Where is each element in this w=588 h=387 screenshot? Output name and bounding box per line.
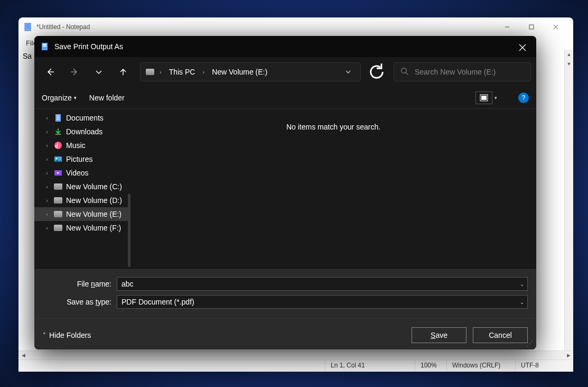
tree-item-label: New Volume (E:) xyxy=(66,210,122,218)
drive-icon xyxy=(54,210,62,218)
expand-icon[interactable]: › xyxy=(44,170,50,176)
dialog-title: Save Print Output As xyxy=(54,42,123,51)
svg-point-22 xyxy=(54,142,62,149)
file-name-label: File name: xyxy=(43,280,111,288)
tree-item-pictures[interactable]: ›Pictures xyxy=(34,152,130,166)
nav-recent-button[interactable] xyxy=(88,61,109,82)
drive-icon xyxy=(54,196,62,205)
tree-item-new-volume-f-[interactable]: ›New Volume (F:) xyxy=(34,221,130,235)
horizontal-scrollbar[interactable]: ◀ ▶ xyxy=(18,351,573,360)
hide-folders-button[interactable]: ˄ Hide Folders xyxy=(43,331,91,339)
tree-item-label: New Volume (F:) xyxy=(66,224,121,232)
expand-icon[interactable]: › xyxy=(44,115,50,121)
expand-icon[interactable]: › xyxy=(44,129,50,135)
chevron-right-icon: › xyxy=(200,69,207,75)
save-dialog: Save Print Output As › This PC › New Vol… xyxy=(34,36,536,349)
search-placeholder: Search New Volume (E:) xyxy=(415,68,496,76)
tree-item-label: Music xyxy=(66,141,86,150)
notepad-statusbar: Ln 1, Col 41 100% Windows (CRLF) UTF-8 xyxy=(18,360,573,372)
svg-rect-10 xyxy=(43,45,46,47)
tree-item-label: Pictures xyxy=(66,155,93,163)
status-zoom: 100% xyxy=(415,360,446,372)
address-bar[interactable]: › This PC › New Volume (E:) xyxy=(140,62,361,81)
tree-item-music[interactable]: ›Music xyxy=(34,139,130,152)
save-type-label: Save as type: xyxy=(43,298,111,306)
tree-item-documents[interactable]: ›Documents xyxy=(34,111,130,125)
dialog-close-button[interactable] xyxy=(513,40,532,55)
svg-point-24 xyxy=(56,158,58,160)
organize-button[interactable]: Organize ▾ xyxy=(42,94,77,102)
dialog-toolbar: Organize ▾ New folder ▾ ? xyxy=(34,87,536,109)
scroll-down-icon[interactable]: ▼ xyxy=(565,59,573,69)
download-icon xyxy=(54,127,62,136)
pictures-icon xyxy=(54,155,62,163)
dialog-nav: › This PC › New Volume (E:) Search New V… xyxy=(34,57,536,87)
new-folder-button[interactable]: New folder xyxy=(89,94,125,102)
status-position: Ln 1, Col 41 xyxy=(325,360,415,372)
dialog-footer: ˄ Hide Folders Save Cancel xyxy=(34,318,536,349)
svg-line-14 xyxy=(406,72,408,75)
dialog-fields: File name: abc ⌄ Save as type: PDF Docum… xyxy=(34,269,536,318)
drive-icon xyxy=(54,182,62,191)
scroll-up-icon[interactable]: ▲ xyxy=(565,50,573,59)
close-button[interactable] xyxy=(544,19,568,35)
tree-item-new-volume-e-[interactable]: ›New Volume (E:) xyxy=(34,207,130,221)
music-icon xyxy=(54,141,62,150)
tree-item-label: Videos xyxy=(66,169,89,177)
status-encoding: UTF-8 xyxy=(515,360,573,372)
vertical-scrollbar[interactable]: ▲ ▼ xyxy=(564,50,573,351)
folder-tree[interactable]: ›Documents›Downloads›Music›Pictures›Vide… xyxy=(34,109,130,269)
svg-rect-19 xyxy=(57,117,60,118)
file-list-area: No items match your search. xyxy=(130,109,536,269)
expand-icon[interactable]: › xyxy=(44,143,50,149)
breadcrumb-drive[interactable]: New Volume (E:) xyxy=(210,67,269,77)
expand-icon[interactable]: › xyxy=(44,225,50,231)
scroll-right-icon[interactable]: ▶ xyxy=(564,351,573,360)
save-type-select[interactable]: PDF Document (*.pdf) ⌄ xyxy=(117,295,528,309)
file-name-input[interactable]: abc ⌄ xyxy=(117,277,528,291)
cancel-button[interactable]: Cancel xyxy=(473,327,528,343)
refresh-button[interactable] xyxy=(367,62,386,81)
svg-rect-5 xyxy=(529,25,534,29)
chevron-down-icon: ▾ xyxy=(74,95,77,100)
scroll-left-icon[interactable]: ◀ xyxy=(18,351,28,360)
drive-icon xyxy=(54,224,62,232)
nav-forward-button[interactable] xyxy=(64,61,85,82)
expand-icon[interactable]: › xyxy=(44,211,50,217)
tree-item-new-volume-c-[interactable]: ›New Volume (C:) xyxy=(34,180,130,194)
nav-up-button[interactable] xyxy=(113,61,134,82)
minimize-button[interactable] xyxy=(495,19,519,35)
tree-item-label: New Volume (D:) xyxy=(66,196,122,205)
expand-icon[interactable]: › xyxy=(44,156,50,162)
help-button[interactable]: ? xyxy=(518,93,529,103)
status-line-ending: Windows (CRLF) xyxy=(446,360,515,372)
maximize-button[interactable] xyxy=(519,19,544,35)
address-dropdown[interactable] xyxy=(341,69,355,75)
chevron-down-icon[interactable]: ⌄ xyxy=(520,299,524,305)
tree-item-downloads[interactable]: ›Downloads xyxy=(34,125,130,139)
videos-icon xyxy=(54,169,62,177)
tree-item-label: New Volume (C:) xyxy=(66,182,122,191)
notepad-title: *Untitled - Notepad xyxy=(36,23,90,31)
search-input[interactable]: Search New Volume (E:) xyxy=(394,62,531,81)
svg-rect-18 xyxy=(57,116,60,116)
dialog-titlebar: Save Print Output As xyxy=(34,36,536,57)
sidebar-scrollbar[interactable] xyxy=(128,194,130,267)
tree-item-new-volume-d-[interactable]: ›New Volume (D:) xyxy=(34,194,130,207)
view-button[interactable] xyxy=(475,91,492,104)
expand-icon[interactable]: › xyxy=(44,198,50,204)
svg-point-13 xyxy=(402,68,406,73)
breadcrumb-this-pc[interactable]: This PC xyxy=(167,67,198,77)
tree-item-videos[interactable]: ›Videos xyxy=(34,166,130,180)
resize-grip[interactable]: ⋰ xyxy=(527,340,534,347)
nav-back-button[interactable] xyxy=(40,61,61,82)
svg-rect-16 xyxy=(481,96,487,100)
dialog-icon xyxy=(41,42,49,51)
save-button[interactable]: Save xyxy=(412,327,466,343)
search-icon xyxy=(400,67,408,77)
chevron-down-icon[interactable]: ▾ xyxy=(494,95,497,100)
expand-icon[interactable]: › xyxy=(44,184,50,190)
tree-item-label: Downloads xyxy=(66,127,102,136)
svg-rect-20 xyxy=(57,119,60,119)
chevron-down-icon[interactable]: ⌄ xyxy=(520,281,524,287)
